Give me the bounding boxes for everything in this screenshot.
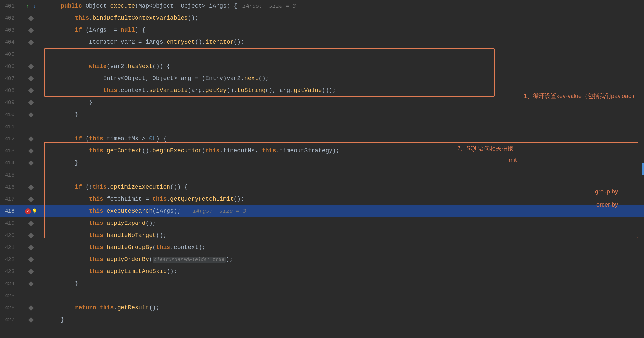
diamond-icon-412 [28, 136, 34, 142]
line-content-420: this.handleNoTarget(); [44, 229, 644, 241]
code-line-425: 425 [0, 290, 644, 302]
breakpoint-icon[interactable] [25, 208, 31, 214]
diamond-icon-422 [28, 257, 34, 262]
gutter-404 [18, 40, 44, 44]
gutter-414 [18, 161, 44, 165]
code-line-414: 414 } [0, 157, 644, 169]
annotation-label-groupby: group by [595, 188, 618, 195]
line-content-423: this.applyLimitAndSkip(); [44, 266, 644, 278]
line-content-417: this.fetchLimit = this.getQueryFetchLimi… [44, 193, 644, 205]
line-num-412: 412 [0, 136, 18, 142]
current-line-indicator [642, 163, 644, 175]
code-editor: 401 ↑ ↓ public Object execute(Map<Object… [0, 0, 644, 338]
code-line-412: 412 if (this.timeoutMs > 0L) { [0, 133, 644, 145]
gutter-409 [18, 101, 44, 105]
line-content-422: this.applyOrderBy(clearOrderedFields: tr… [44, 254, 644, 266]
line-num-427: 427 [0, 317, 18, 323]
bulb-icon[interactable]: 💡 [32, 209, 37, 214]
gutter-403 [18, 28, 44, 32]
line-num-407: 407 [0, 75, 18, 82]
code-line-426: 426 return this.getResult(); [0, 302, 644, 314]
gutter-423 [18, 270, 44, 274]
gutter-413 [18, 149, 44, 153]
line-num-418: 418 [0, 208, 18, 214]
code-line-415: 415 [0, 169, 644, 181]
gutter-420 [18, 234, 44, 238]
line-content-401: public Object execute(Map<Object, Object… [44, 0, 644, 12]
line-num-424: 424 [0, 281, 18, 287]
gutter-422 [18, 258, 44, 262]
diamond-icon-403 [28, 27, 34, 33]
gutter-407 [18, 77, 44, 81]
code-line-419: 419 this.applyExpand(); [0, 217, 644, 229]
arrow-down-icon[interactable]: ↓ [32, 4, 37, 9]
line-content-427: } [44, 314, 644, 326]
code-line-421: 421 this.handleGroupBy(this.context); [0, 241, 644, 254]
line-num-423: 423 [0, 269, 18, 275]
code-line-403: 403 if (iArgs != null) { [0, 24, 644, 36]
gutter-416 [18, 185, 44, 189]
diamond-icon-419 [28, 221, 34, 226]
line-num-421: 421 [0, 244, 18, 251]
line-content-410: } [44, 109, 644, 121]
gutter-401: ↑ ↓ [18, 4, 44, 9]
line-content-425 [44, 290, 644, 302]
line-content-407: Entry<Object, Object> arg = (Entry)var2.… [44, 72, 644, 84]
diamond-icon-409 [28, 100, 34, 105]
line-num-414: 414 [0, 160, 18, 166]
diamond-icon-414 [28, 160, 34, 166]
gutter-426 [18, 306, 44, 310]
code-line-401: 401 ↑ ↓ public Object execute(Map<Object… [0, 0, 644, 12]
line-num-406: 406 [0, 63, 18, 69]
annotation-label-2: 2、SQL语句相关拼接 [457, 145, 513, 152]
line-content-418: this.executeSearch(iArgs); iArgs: size =… [44, 205, 644, 217]
line-content-414: } [44, 157, 644, 169]
arrow-up-icon[interactable]: ↑ [25, 4, 30, 9]
diamond-icon-404 [28, 39, 34, 45]
gutter-408 [18, 89, 44, 93]
line-content-415 [44, 169, 644, 181]
gutter-410 [18, 113, 44, 117]
diamond-icon-417 [28, 196, 34, 202]
diamond-icon-426 [28, 305, 34, 311]
gutter-402 [18, 16, 44, 20]
diamond-icon-420 [28, 233, 34, 238]
gutter-412 [18, 137, 44, 141]
line-content-426: return this.getResult(); [44, 302, 644, 314]
code-line-424: 424 } [0, 278, 644, 290]
diamond-icon-410 [28, 112, 34, 117]
annotation-label-limit: limit [506, 157, 517, 163]
line-content-416: if (!this.optimizeExecution()) { [44, 181, 644, 193]
line-num-420: 420 [0, 232, 18, 238]
line-content-421: this.handleGroupBy(this.context); [44, 241, 644, 254]
gutter-418: 💡 [18, 208, 44, 214]
code-line-417: 417 this.fetchLimit = this.getQueryFetch… [0, 193, 644, 205]
diamond-icon-421 [28, 245, 34, 250]
line-content-406: while(var2.hasNext()) { [44, 60, 644, 72]
line-num-410: 410 [0, 112, 18, 118]
line-num-404: 404 [0, 39, 18, 45]
gutter-406 [18, 65, 44, 69]
gutter-427 [18, 318, 44, 322]
annotation-label-orderby: order by [596, 201, 618, 208]
line-content-419: this.applyExpand(); [44, 217, 644, 229]
diamond-icon-413 [28, 148, 34, 154]
code-line-413: 413 this.getContext().beginExecution(thi… [0, 145, 644, 157]
annotation-label-1: 1、循环设置key-value（包括我们payload） [524, 92, 637, 100]
code-line-407: 407 Entry<Object, Object> arg = (Entry)v… [0, 72, 644, 84]
line-content-405 [44, 48, 644, 60]
line-content-411 [44, 121, 644, 133]
line-content-403: if (iArgs != null) { [44, 24, 644, 36]
line-num-416: 416 [0, 184, 18, 190]
code-line-404: 404 Iterator var2 = iArgs.entrySet().ite… [0, 36, 644, 48]
line-num-411: 411 [0, 124, 18, 130]
line-content-404: Iterator var2 = iArgs.entrySet().iterato… [44, 36, 644, 48]
line-num-405: 405 [0, 51, 18, 57]
line-content-402: this.bindDefaultContextVariables(); [44, 12, 644, 24]
line-num-415: 415 [0, 172, 18, 178]
diamond-icon-423 [28, 269, 34, 274]
line-num-426: 426 [0, 305, 18, 311]
line-num-413: 413 [0, 148, 18, 154]
diamond-icon-407 [28, 76, 34, 81]
line-num-409: 409 [0, 100, 18, 106]
